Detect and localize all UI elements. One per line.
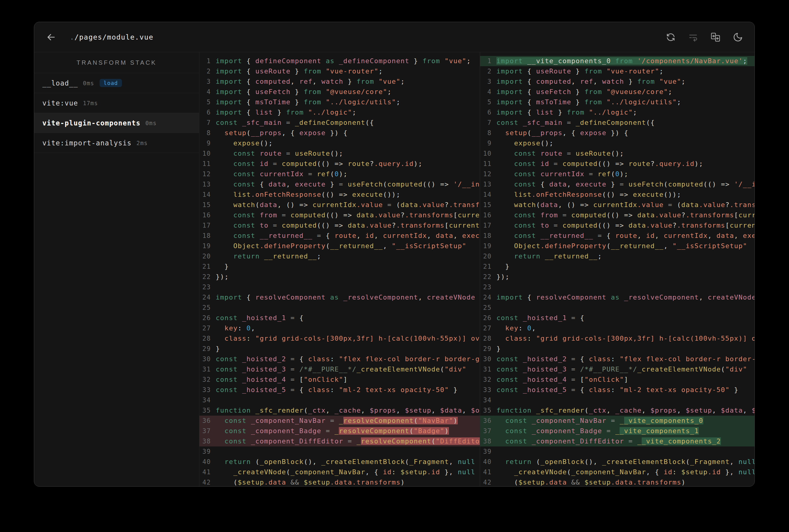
code-line: 24import { resolveComponent as _resolveC… — [480, 292, 754, 303]
code-text: class: "grid grid-cols-[300px,3fr] h-[ca… — [216, 334, 480, 344]
code-line: 1import { defineComponent as _defineComp… — [199, 56, 480, 66]
line-number: 42 — [199, 477, 216, 486]
code-text: _createVNode(_component_NavBar, { id: $s… — [216, 467, 480, 477]
code-line: 36 const _component_NavBar = _resolveCom… — [199, 416, 480, 426]
code-text: const _hoisted_2 = { class: "flex flex-c… — [496, 354, 754, 364]
line-number: 23 — [480, 282, 496, 292]
code-line: 35function _sfc_render(_ctx, _cache, $pr… — [199, 405, 480, 416]
code-line: 8 setup(__props, { expose }) { — [480, 128, 754, 138]
code-line: 22}); — [480, 272, 754, 282]
code-line: 18 const __returned__ = { route, id, cur… — [480, 231, 754, 241]
code-line: 41 _createVNode(_component_NavBar, { id:… — [199, 467, 480, 477]
line-number: 28 — [199, 334, 216, 344]
line-number: 8 — [480, 128, 496, 138]
plugin-time: 0ms — [145, 120, 157, 126]
code-line: 8 setup(__props, { expose }) { — [199, 128, 480, 138]
code-text: import { defineComponent as _defineCompo… — [216, 56, 480, 66]
code-text: } — [216, 344, 480, 354]
line-number: 11 — [480, 159, 496, 169]
code-text: import { list } from "../logic"; — [496, 107, 754, 118]
line-wrap-button[interactable] — [688, 32, 698, 42]
code-text — [496, 395, 754, 405]
code-line: 6import { list } from "../logic"; — [480, 107, 754, 118]
line-number: 41 — [199, 467, 216, 477]
code-panel-after[interactable]: 1import __vite_components_0 from '/compo… — [480, 52, 754, 486]
code-text: const _hoisted_5 = { class: "ml-2 text-x… — [216, 385, 480, 395]
code-line: 38 const _component_DiffEditor = _resolv… — [199, 436, 480, 446]
code-text — [496, 446, 754, 457]
theme-toggle-button[interactable] — [733, 32, 743, 42]
code-line: 16 const from = computed(() => data.valu… — [480, 210, 754, 220]
code-line: 24import { resolveComponent as _resolveC… — [199, 292, 480, 303]
line-number: 27 — [480, 323, 496, 334]
line-number: 4 — [480, 87, 496, 97]
code-line: 35function _sfc_render(_ctx, _cache, $pr… — [480, 405, 754, 416]
code-text: const _component_Badge = _resolveCompone… — [216, 426, 480, 436]
line-number: 33 — [480, 385, 496, 395]
code-line: 20 return __returned__; — [480, 251, 754, 262]
code-line: 11 const id = computed(() => route?.quer… — [480, 159, 754, 169]
line-number: 18 — [480, 231, 496, 241]
code-text: const _component_DiffEditor = __vite_com… — [496, 436, 754, 446]
line-number: 29 — [480, 344, 496, 354]
code-line: 17 const to = computed(() => data.value?… — [480, 220, 754, 231]
code-line: 32const _hoisted_4 = ["onClick"] — [199, 375, 480, 385]
code-line: 10 const route = useRoute(); — [199, 148, 480, 159]
line-number: 34 — [480, 395, 496, 405]
code-line: 26const _hoisted_1 = { — [480, 313, 754, 323]
code-text: const to = computed(() => data.value?.tr… — [216, 220, 480, 231]
code-line: 29} — [199, 344, 480, 354]
line-number: 18 — [199, 231, 216, 241]
code-line: 12 const currentIdx = ref(0); — [480, 169, 754, 179]
code-text: import { useFetch } from "@vueuse/core"; — [496, 87, 754, 97]
code-text: list.onFetchResponse(() => execute()); — [216, 190, 480, 200]
code-line: 4import { useFetch } from "@vueuse/core"… — [480, 87, 754, 97]
transform-stack-item[interactable]: __load__0msload — [34, 73, 199, 93]
transform-stack-item[interactable]: vite-plugin-components0ms — [34, 113, 199, 133]
refresh-button[interactable] — [665, 32, 676, 42]
code-line: 20 return __returned__; — [199, 251, 480, 262]
line-number: 17 — [199, 220, 216, 231]
inspect-window: ./pages/module.vue — [34, 22, 755, 487]
line-number: 38 — [199, 436, 216, 446]
diff-editor: 1import { defineComponent as _defineComp… — [199, 52, 754, 486]
line-number: 5 — [480, 97, 496, 107]
code-text: function _sfc_render(_ctx, _cache, $prop… — [496, 405, 754, 416]
diff-view-button[interactable] — [710, 32, 721, 42]
line-number: 2 — [199, 66, 216, 76]
line-number: 27 — [199, 323, 216, 334]
back-button[interactable] — [46, 32, 57, 43]
code-text: const _component_NavBar = _resolveCompon… — [216, 416, 480, 426]
line-number: 17 — [480, 220, 496, 231]
code-line: 41 _createVNode(_component_NavBar, { id:… — [480, 467, 754, 477]
line-number: 10 — [480, 148, 496, 159]
code-line: 32const _hoisted_4 = ["onClick"] — [480, 375, 754, 385]
code-text — [216, 282, 480, 292]
transform-stack-item[interactable]: vite:vue17ms — [34, 93, 199, 113]
line-number: 23 — [199, 282, 216, 292]
code-panel-before[interactable]: 1import { defineComponent as _defineComp… — [199, 52, 480, 486]
code-text: } — [216, 262, 480, 272]
code-text: import { useFetch } from "@vueuse/core"; — [216, 87, 480, 97]
code-text: expose(); — [216, 138, 480, 148]
page-title-prefix: . — [70, 33, 74, 41]
code-text: const id = computed(() => route?.query.i… — [496, 159, 754, 169]
line-number: 13 — [480, 179, 496, 190]
line-number: 6 — [480, 107, 496, 118]
code-line: 28 class: "grid grid-cols-[300px,3fr] h-… — [199, 334, 480, 344]
code-line: 25 — [480, 303, 754, 313]
line-number: 42 — [480, 477, 496, 486]
code-text: const from = computed(() => data.value?.… — [216, 210, 480, 220]
code-text: import { msToTime } from "../logic/utils… — [216, 97, 480, 107]
line-number: 14 — [199, 190, 216, 200]
transform-stack-item[interactable]: vite:import-analysis2ms — [34, 133, 199, 153]
line-number: 24 — [199, 292, 216, 303]
line-number: 29 — [199, 344, 216, 354]
code-text: import { computed, ref, watch } from "vu… — [496, 76, 754, 87]
code-text: Object.defineProperty(__returned__, "__i… — [496, 241, 754, 251]
line-number: 35 — [199, 405, 216, 416]
line-number: 8 — [199, 128, 216, 138]
line-number: 33 — [199, 385, 216, 395]
code-text: key: 0, — [216, 323, 480, 334]
line-number: 15 — [199, 200, 216, 210]
